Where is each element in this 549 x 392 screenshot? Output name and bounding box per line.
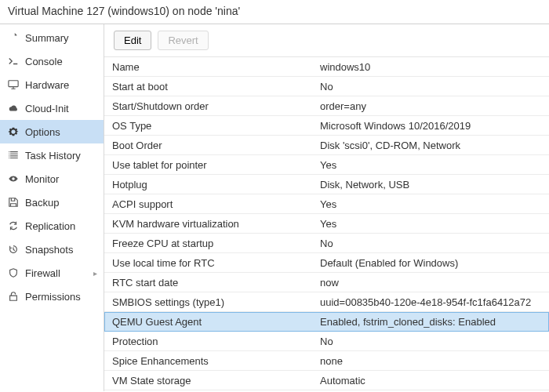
sidebar-item-label: Replication	[25, 220, 97, 232]
sidebar-item-snapshots[interactable]: Snapshots	[0, 238, 104, 261]
terminal-icon	[6, 56, 20, 67]
sidebar-item-label: Summary	[25, 32, 97, 44]
sidebar-item-task-history[interactable]: Task History	[0, 143, 104, 167]
option-key: Start at boot	[104, 78, 312, 96]
sidebar-item-hardware[interactable]: Hardware	[0, 73, 104, 96]
option-value: Enabled, fstrim_cloned_disks: Enabled	[312, 313, 549, 331]
note-icon	[6, 32, 20, 43]
option-key: RTC start date	[104, 274, 312, 292]
sidebar: Summary Console Hardware Cloud-Init Opti…	[0, 24, 104, 391]
sidebar-item-cloudinit[interactable]: Cloud-Init	[0, 96, 104, 120]
option-value: uuid=00835b40-120e-4e18-954f-fc1fa6412a7…	[312, 293, 549, 311]
option-row[interactable]: SMBIOS settings (type1)uuid=00835b40-120…	[104, 292, 549, 312]
option-row[interactable]: KVM hardware virtualizationYes	[104, 214, 549, 234]
save-icon	[6, 197, 20, 208]
option-key: Freeze CPU at startup	[104, 234, 312, 252]
list-icon	[6, 150, 20, 161]
unlock-icon	[6, 291, 20, 302]
option-value: Yes	[312, 156, 549, 174]
option-row[interactable]: ACPI supportYes	[104, 194, 549, 214]
chevron-right-icon: ▸	[93, 269, 97, 278]
option-key: Name	[104, 58, 312, 76]
sync-icon	[6, 220, 20, 231]
main-panel: Edit Revert Namewindows10Start at bootNo…	[104, 24, 549, 391]
history-icon	[6, 244, 20, 255]
option-row[interactable]: Spice Enhancementsnone	[104, 351, 549, 371]
option-row[interactable]: Use tablet for pointerYes	[104, 155, 549, 175]
option-value: Yes	[312, 195, 549, 213]
sidebar-item-label: Snapshots	[25, 244, 97, 256]
sidebar-item-label: Backup	[25, 197, 97, 209]
option-key: KVM hardware virtualization	[104, 215, 312, 233]
sidebar-item-backup[interactable]: Backup	[0, 191, 104, 214]
monitor-icon	[6, 79, 20, 90]
page-title: Virtual Machine 127 (windows10) on node …	[0, 0, 549, 24]
option-value: now	[312, 274, 549, 292]
sidebar-item-label: Permissions	[25, 291, 97, 303]
option-value: No	[312, 332, 549, 350]
svg-rect-0	[9, 81, 18, 87]
toolbar: Edit Revert	[104, 24, 549, 57]
option-value: windows10	[312, 58, 549, 76]
option-value: No	[312, 234, 549, 252]
gear-icon	[6, 126, 20, 137]
option-row[interactable]: VM State storageAutomatic	[104, 371, 549, 390]
sidebar-item-monitor[interactable]: Monitor	[0, 167, 104, 191]
option-row[interactable]: Start/Shutdown orderorder=any	[104, 96, 549, 116]
sidebar-item-console[interactable]: Console	[0, 49, 104, 73]
sidebar-item-label: Cloud-Init	[25, 103, 97, 114]
sidebar-item-replication[interactable]: Replication	[0, 214, 104, 238]
option-key: Use tablet for pointer	[104, 156, 312, 174]
sidebar-item-label: Monitor	[25, 173, 97, 185]
sidebar-item-label: Console	[25, 56, 97, 67]
option-key: OS Type	[104, 117, 312, 135]
option-value: Disk, Network, USB	[312, 176, 549, 194]
option-row[interactable]: Use local time for RTCDefault (Enabled f…	[104, 253, 549, 273]
sidebar-item-label: Task History	[25, 150, 97, 162]
option-key: Start/Shutdown order	[104, 97, 312, 115]
option-value: No	[312, 78, 549, 96]
option-key: VM State storage	[104, 372, 312, 390]
option-row[interactable]: QEMU Guest AgentEnabled, fstrim_cloned_d…	[104, 312, 549, 332]
option-row[interactable]: Namewindows10	[104, 57, 549, 77]
sidebar-item-firewall[interactable]: Firewall ▸	[0, 261, 104, 285]
option-key: Hotplug	[104, 176, 312, 194]
sidebar-item-options[interactable]: Options	[0, 120, 104, 143]
option-key: ACPI support	[104, 195, 312, 213]
sidebar-item-label: Options	[25, 126, 97, 138]
option-value: none	[312, 352, 549, 370]
option-key: Boot Order	[104, 136, 312, 154]
option-row[interactable]: ProtectionNo	[104, 332, 549, 351]
option-value: Default (Enabled for Windows)	[312, 254, 549, 272]
shield-icon	[6, 267, 20, 278]
option-row[interactable]: Boot OrderDisk 'scsi0', CD-ROM, Network	[104, 136, 549, 155]
option-row[interactable]: Freeze CPU at startupNo	[104, 234, 549, 253]
sidebar-item-label: Firewall	[25, 267, 93, 279]
options-grid: Namewindows10Start at bootNoStart/Shutdo…	[104, 57, 549, 391]
option-key: Use local time for RTC	[104, 254, 312, 272]
revert-button[interactable]: Revert	[158, 31, 208, 50]
option-row[interactable]: RTC start datenow	[104, 273, 549, 292]
option-value: Yes	[312, 215, 549, 233]
option-row[interactable]: Start at bootNo	[104, 77, 549, 96]
option-value: Disk 'scsi0', CD-ROM, Network	[312, 136, 549, 154]
option-key: Spice Enhancements	[104, 352, 312, 370]
sidebar-item-label: Hardware	[25, 79, 97, 91]
sidebar-item-summary[interactable]: Summary	[0, 26, 104, 49]
option-key: Protection	[104, 332, 312, 350]
option-row[interactable]: HotplugDisk, Network, USB	[104, 175, 549, 194]
option-key: QEMU Guest Agent	[104, 313, 312, 331]
option-row[interactable]: OS TypeMicrosoft Windows 10/2016/2019	[104, 116, 549, 136]
option-key: SMBIOS settings (type1)	[104, 293, 312, 311]
eye-icon	[6, 173, 20, 184]
option-value: Microsoft Windows 10/2016/2019	[312, 117, 549, 135]
cloud-icon	[6, 103, 20, 114]
sidebar-item-permissions[interactable]: Permissions	[0, 285, 104, 308]
option-value: Automatic	[312, 372, 549, 390]
edit-button[interactable]: Edit	[114, 31, 151, 50]
option-value: order=any	[312, 97, 549, 115]
